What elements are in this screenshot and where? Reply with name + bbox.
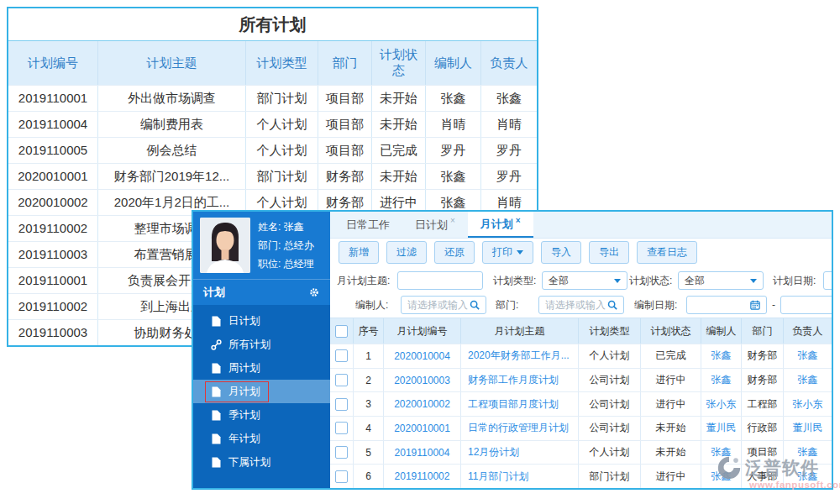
checkbox-cell: [330, 417, 354, 440]
profile-fields: 姓名: 张鑫部门: 总经办职位: 总经理: [258, 218, 314, 273]
restore-button[interactable]: 还原: [434, 241, 475, 264]
table-row[interactable]: 42020010001日常的行政管理月计划公司计划未开始董川民行政部董川民: [330, 416, 832, 440]
sidebar-item-quarter-plan[interactable]: 季计划: [193, 403, 330, 427]
all-plans-cell: 2019110005: [8, 138, 98, 163]
all-plans-cell: 罗丹: [481, 138, 537, 163]
plan-subject-link[interactable]: 2020年财务部工作月...: [461, 344, 579, 368]
compiler-link[interactable]: 董川民: [701, 417, 742, 440]
all-plans-cell: 财务部: [318, 164, 372, 189]
gear-icon[interactable]: [308, 286, 320, 298]
watermark: 泛普软件 www.fanpusoft.com: [716, 454, 840, 490]
table-row[interactable]: 2020010001财务部门2019年12...部门计划财务部未开始张鑫罗丹: [8, 163, 537, 189]
compiler-link[interactable]: 张小东: [701, 392, 742, 416]
sidebar-item-all-plans[interactable]: 所有计划: [193, 333, 330, 356]
compile-date-end-input[interactable]: [780, 296, 832, 314]
all-plans-cell: 肖晴: [426, 112, 481, 137]
sidebar-item-day-plan[interactable]: 日计划: [193, 309, 330, 333]
search-icon[interactable]: [470, 300, 480, 310]
plan-code-link[interactable]: 2020010004: [384, 344, 461, 368]
plan-code-link[interactable]: 2019110004: [384, 441, 461, 465]
compile-date-start-input[interactable]: [686, 296, 767, 314]
table-row[interactable]: 120200100042020年财务部工作月...个人计划已完成张鑫财务部张鑫: [330, 344, 832, 368]
row-checkbox[interactable]: [335, 398, 348, 411]
row-checkbox[interactable]: [335, 422, 348, 434]
sidebar-item-month-plan[interactable]: 月计划: [193, 380, 330, 403]
row-checkbox[interactable]: [335, 446, 348, 459]
all-plans-cell: 未开始: [372, 86, 426, 111]
plan-code-link[interactable]: 2020010001: [384, 417, 461, 440]
compiler-filter-input[interactable]: 请选择或输入: [401, 296, 486, 314]
tab-daily-work[interactable]: 日常工作: [333, 212, 402, 238]
plan-code-link[interactable]: 2019110002: [384, 465, 461, 488]
plan-date-input[interactable]: [823, 271, 832, 290]
search-icon[interactable]: [607, 300, 617, 310]
subject-filter-input[interactable]: [397, 271, 483, 290]
department: 工程部: [742, 392, 784, 416]
filter-button[interactable]: 过滤: [386, 241, 427, 264]
sidebar-section-plan: 计划: [193, 279, 330, 305]
plan-subject-link[interactable]: 工程项目部月度计划: [461, 392, 579, 416]
close-icon[interactable]: ×: [450, 216, 455, 225]
table-row[interactable]: 2019110004编制费用表个人计划项目部未开始肖晴肖晴: [8, 111, 537, 137]
checkbox-cell: [330, 369, 354, 392]
dept-filter-label: 部门:: [496, 296, 518, 314]
table-row[interactable]: 2019110005例会总结个人计划项目部已完成罗丹罗丹: [8, 137, 537, 163]
dropdown-caret-icon: [750, 279, 757, 283]
add-button[interactable]: 新增: [339, 241, 379, 264]
checkbox-cell: [330, 441, 354, 465]
row-number: 1: [354, 344, 384, 368]
row-checkbox[interactable]: [335, 374, 348, 386]
plan-code-link[interactable]: 2020010003: [384, 369, 461, 392]
import-button[interactable]: 导入: [541, 241, 581, 264]
select-all-checkbox[interactable]: [335, 325, 348, 338]
plan-subject-link[interactable]: 12月份计划: [461, 441, 579, 465]
dept-filter-input[interactable]: 请选择或输入: [538, 296, 624, 314]
all-plans-cell: 2020010002: [8, 190, 98, 215]
owner-link[interactable]: 张鑫: [784, 344, 832, 368]
plan-subject-link[interactable]: 日常的行政管理月计划: [461, 417, 579, 440]
compiler-link[interactable]: 张鑫: [701, 344, 742, 368]
sidebar-item-subordinate-plan[interactable]: 下属计划: [193, 450, 330, 474]
tab-month-plan[interactable]: 月计划×: [468, 212, 533, 238]
all-plans-column-header: 部门: [318, 41, 372, 85]
compiler-link[interactable]: 张鑫: [701, 369, 742, 392]
owner-link[interactable]: 张鑫: [784, 369, 832, 392]
row-checkbox[interactable]: [335, 470, 348, 483]
link-icon: [211, 339, 222, 350]
fanpu-logo-icon: [716, 454, 743, 481]
all-plans-cell: 2019110002: [8, 216, 98, 241]
table-row[interactable]: 32020010002工程项目部月度计划公司计划进行中张小东工程部张小东: [330, 391, 832, 416]
sidebar-item-year-plan[interactable]: 年计划: [193, 427, 330, 450]
plan-subject-link[interactable]: 财务部工作月度计划: [461, 369, 579, 392]
all-plans-column-header: 负责人: [481, 41, 537, 85]
status-filter-select[interactable]: 全部: [678, 271, 764, 290]
close-icon[interactable]: ×: [516, 216, 521, 225]
all-plans-cell: 个人计划: [246, 112, 318, 137]
print-button[interactable]: 打印: [482, 241, 533, 264]
owner-link[interactable]: 董川民: [784, 417, 832, 440]
table-row[interactable]: 2019110001外出做市场调查部门计划项目部未开始张鑫张鑫: [8, 85, 537, 111]
row-checkbox[interactable]: [335, 349, 348, 362]
checkbox-cell: [330, 392, 354, 416]
all-plans-cell: 例会总结: [98, 138, 246, 163]
plan-table-column-header: 编制人: [701, 318, 742, 344]
type-filter-label: 计划类型:: [493, 271, 536, 290]
view-log-button[interactable]: 查看日志: [637, 241, 697, 264]
all-plans-cell: 已完成: [372, 138, 426, 163]
all-plans-cell: 2019110002: [8, 294, 98, 319]
all-plans-cell: 2019110003: [8, 242, 98, 267]
plan-code-link[interactable]: 2020010002: [384, 392, 461, 416]
checkbox-cell: [330, 344, 354, 368]
export-button[interactable]: 导出: [589, 241, 629, 264]
calendar-icon[interactable]: [750, 300, 760, 310]
plan-table-column-header: 序号: [354, 318, 384, 344]
watermark-brand: 泛普软件: [745, 456, 819, 480]
plan-subject-link[interactable]: 11月部门计划: [461, 465, 579, 488]
table-row[interactable]: 22020010003财务部工作月度计划公司计划进行中张鑫财务部张鑫: [330, 368, 832, 392]
tab-day-plan[interactable]: 日计划×: [402, 212, 468, 238]
all-plans-cell: 2019110001: [8, 268, 98, 293]
all-plans-cell: 2019110003: [8, 320, 98, 345]
owner-link[interactable]: 张小东: [784, 392, 832, 416]
sidebar-item-week-plan[interactable]: 周计划: [193, 356, 330, 380]
type-filter-select[interactable]: 全部: [542, 271, 627, 290]
